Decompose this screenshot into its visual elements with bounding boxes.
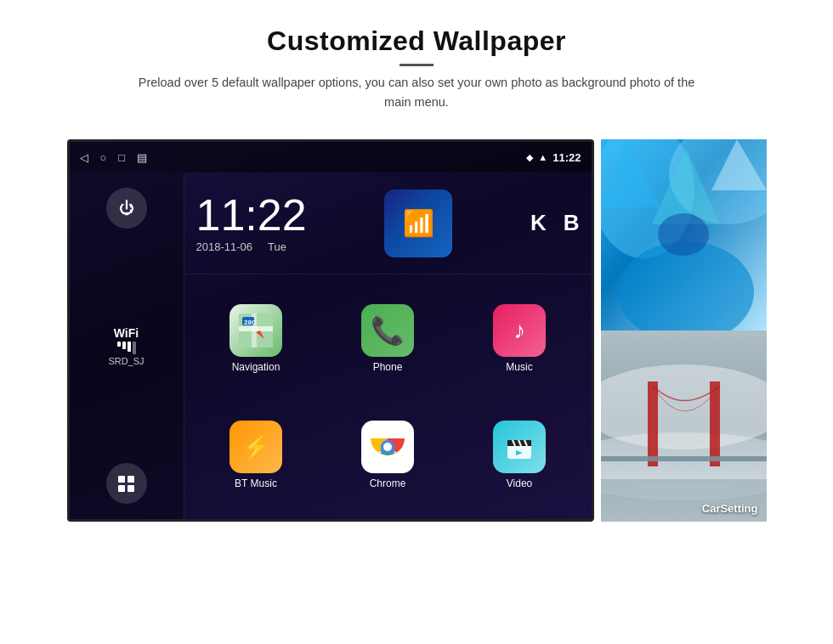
- page-container: Customized Wallpaper Preload over 5 defa…: [0, 0, 833, 644]
- app-grid: 280 Navigation 📞 Phone: [184, 274, 592, 519]
- bt-icon: ⚡: [230, 421, 282, 473]
- app-item-bt[interactable]: ⚡ BT Music: [193, 399, 320, 511]
- recents-icon[interactable]: □: [118, 151, 125, 164]
- wifi-bar-2: [122, 342, 126, 349]
- chrome-svg: [367, 427, 408, 467]
- phone-glyph: 📞: [371, 314, 405, 347]
- apps-dot: [128, 485, 134, 492]
- wifi-bar-1: [117, 342, 121, 347]
- clock-area: 11:22 2018-11-06 Tue 📶 K B: [184, 172, 592, 274]
- nav-icons: ◁ ○ □ ▤: [80, 151, 148, 164]
- location-icon: ◆: [526, 152, 533, 163]
- back-icon[interactable]: ◁: [80, 151, 88, 164]
- navigation-label: Navigation: [232, 361, 280, 373]
- page-subtitle: Preload over 5 default wallpaper options…: [128, 73, 706, 112]
- app-item-phone[interactable]: 📞 Phone: [325, 283, 451, 394]
- clock-section: 11:22 2018-11-06 Tue: [196, 193, 307, 253]
- svg-rect-27: [648, 381, 658, 466]
- svg-point-23: [658, 213, 709, 256]
- bluetooth-glyph: ⚡: [241, 433, 271, 461]
- status-right: ◆ ▲ 11:22: [526, 151, 581, 164]
- svg-rect-28: [710, 381, 720, 466]
- wifi-widget-icon[interactable]: 📶: [384, 189, 452, 257]
- status-time: 11:22: [552, 151, 581, 164]
- svg-point-31: [615, 483, 751, 500]
- chrome-icon: [361, 421, 414, 473]
- page-title: Customized Wallpaper: [128, 25, 706, 57]
- date-text: 2018-11-06: [196, 240, 253, 253]
- wifi-info: WiFi SRD_SJ: [108, 326, 144, 366]
- svg-point-9: [383, 443, 392, 451]
- apps-dot: [128, 476, 134, 483]
- navigation-icon: 280: [230, 304, 282, 357]
- ice-svg: [601, 139, 767, 330]
- title-section: Customized Wallpaper Preload over 5 defa…: [128, 25, 706, 112]
- app-item-music[interactable]: ♪ Music: [456, 283, 583, 394]
- status-bar: ◁ ○ □ ▤ ◆ ▲ 11:22: [70, 142, 592, 172]
- app-item-chrome[interactable]: Chrome: [325, 399, 451, 511]
- clock-display: 11:22: [196, 193, 307, 237]
- wifi-ssid: SRD_SJ: [108, 356, 144, 366]
- svg-rect-29: [601, 456, 767, 461]
- app-item-video[interactable]: Video: [456, 399, 583, 511]
- app-item-navigation[interactable]: 280 Navigation: [193, 283, 320, 394]
- apps-button[interactable]: [106, 463, 147, 504]
- wallpaper-ice[interactable]: [601, 139, 767, 330]
- music-icon: ♪: [493, 304, 546, 357]
- map-svg: 280: [239, 314, 273, 347]
- android-screen: ◁ ○ □ ▤ ◆ ▲ 11:22 ⏻: [67, 139, 594, 522]
- bridge-svg: [601, 330, 767, 522]
- svg-text:280: 280: [244, 319, 256, 326]
- phone-label: Phone: [373, 361, 403, 373]
- app-shortcut-b[interactable]: B: [564, 210, 580, 236]
- wifi-bars: [108, 342, 144, 354]
- apps-grid-icon: [116, 474, 136, 494]
- chrome-label: Chrome: [370, 477, 406, 489]
- wifi-status-icon: ▲: [538, 152, 547, 162]
- wallpaper-bridge-label: CarSetting: [702, 502, 758, 515]
- phone-icon: 📞: [361, 304, 414, 357]
- wallpaper-bridge[interactable]: CarSetting: [601, 330, 767, 522]
- clock-date: 2018-11-06 Tue: [196, 240, 286, 253]
- center-content: 11:22 2018-11-06 Tue 📶 K B: [184, 172, 592, 519]
- music-glyph: ♪: [513, 317, 525, 344]
- left-sidebar: ⏻ WiFi SRD_SJ: [70, 172, 184, 519]
- power-button[interactable]: ⏻: [106, 188, 147, 229]
- music-label: Music: [506, 361, 532, 373]
- wifi-label: WiFi: [108, 326, 144, 340]
- home-icon[interactable]: ○: [100, 151, 107, 164]
- clock-right-apps: K B: [530, 210, 580, 236]
- bt-label: BT Music: [235, 477, 277, 489]
- wallpaper-thumbnails: CarSetting: [601, 139, 767, 522]
- screenshot-icon[interactable]: ▤: [137, 151, 147, 164]
- wifi-bar-4: [133, 342, 136, 354]
- device-wrapper: ◁ ○ □ ▤ ◆ ▲ 11:22 ⏻: [67, 139, 767, 522]
- main-content: ⏻ WiFi SRD_SJ: [70, 172, 592, 519]
- apps-dot: [118, 476, 125, 483]
- video-label: Video: [507, 477, 532, 489]
- power-icon: ⏻: [119, 200, 134, 217]
- wifi-bar-3: [128, 342, 131, 352]
- app-shortcut-k[interactable]: K: [530, 210, 547, 236]
- title-divider: [400, 64, 434, 66]
- day-text: Tue: [268, 240, 286, 253]
- signal-icon: 📶: [403, 208, 434, 238]
- apps-dot: [118, 485, 125, 492]
- clapper-svg: [504, 432, 535, 462]
- video-icon: [493, 421, 546, 473]
